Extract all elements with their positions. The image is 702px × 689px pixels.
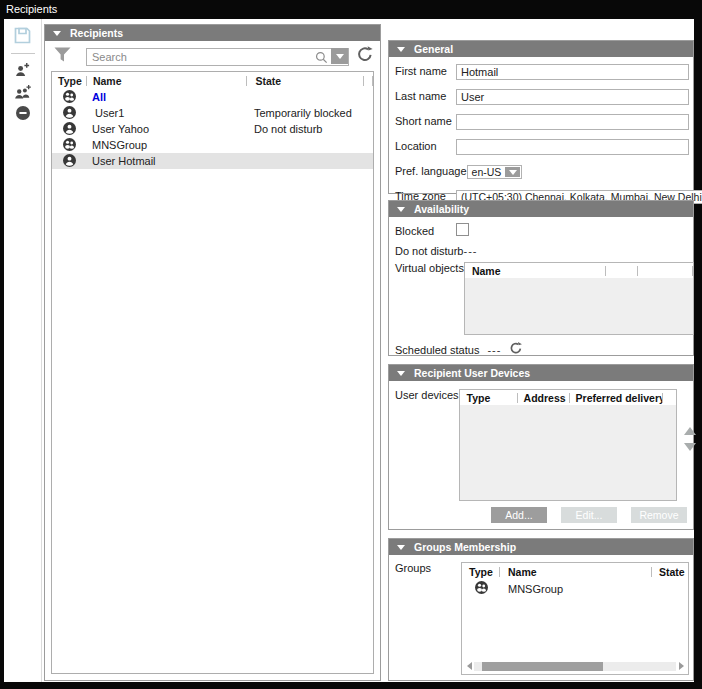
group-icon (63, 90, 76, 105)
devices-section-title: Recipient User Devices (414, 367, 530, 379)
refresh-button[interactable] (356, 45, 374, 67)
toolbar-divider (11, 53, 35, 54)
first-name-field[interactable] (456, 64, 689, 80)
group-icon (475, 581, 488, 596)
chevron-down-icon (336, 54, 344, 59)
user-devices-label: User devices (395, 389, 459, 401)
column-separator[interactable] (692, 266, 693, 276)
recipient-name: User Yahoo (86, 123, 246, 135)
dropdown-button[interactable] (505, 167, 520, 177)
virtual-objects-label: Virtual objects (395, 262, 464, 274)
scrollbar-track[interactable] (474, 662, 676, 671)
scroll-left-button[interactable] (464, 661, 474, 671)
virtual-objects-table: Name (464, 262, 694, 335)
edit-device-button[interactable]: Edit... (561, 507, 617, 523)
first-name-label: First name (395, 65, 456, 77)
group-row-mnsgroup[interactable]: MNSGroup (462, 580, 688, 597)
availability-section-title: Availability (414, 203, 469, 215)
app-window: Recipients Recipients (0, 0, 702, 689)
column-separator[interactable] (605, 266, 606, 276)
recipient-row-user1[interactable]: User1 Temporarily blocked (52, 105, 373, 121)
arrow-left-icon (467, 662, 472, 670)
recipient-row-user-hotmail[interactable]: User Hotmail (52, 153, 373, 169)
devices-section: Recipient User Devices User devices Type… (388, 364, 694, 530)
column-header-type[interactable]: Type (52, 75, 86, 87)
column-header-name[interactable]: Name (465, 265, 605, 277)
column-header-type[interactable]: Type (460, 392, 517, 404)
last-name-label: Last name (395, 90, 456, 102)
group-name: MNSGroup (500, 583, 563, 595)
collapse-icon (397, 371, 405, 376)
scheduled-status-label: Scheduled status (395, 344, 479, 356)
location-field[interactable] (456, 139, 689, 155)
collapse-icon (397, 545, 405, 550)
search-dropdown-button[interactable] (331, 48, 348, 64)
column-header-state[interactable]: State (652, 566, 688, 578)
dnd-value: --- (463, 245, 689, 257)
last-name-field[interactable] (456, 89, 689, 105)
scroll-right-button[interactable] (676, 661, 686, 671)
short-name-field[interactable] (456, 114, 689, 130)
devices-section-header[interactable]: Recipient User Devices (389, 365, 693, 381)
remove-icon (15, 105, 31, 125)
recipient-row-user-yahoo[interactable]: User Yahoo Do not disturb (52, 121, 373, 137)
pref-language-label: Pref. language (395, 165, 467, 177)
dnd-label: Do not disturb (395, 245, 463, 257)
availability-section-header[interactable]: Availability (389, 201, 693, 217)
general-section-header[interactable]: General (389, 41, 693, 57)
blocked-checkbox[interactable] (456, 223, 469, 236)
search-icon (315, 50, 328, 68)
user-icon (63, 154, 76, 169)
recipients-panel-header[interactable]: Recipients (45, 25, 380, 41)
recipients-list: Type Name State All User1 Temporarily bl… (51, 71, 374, 674)
search-row (45, 41, 380, 70)
add-user-button[interactable] (11, 60, 35, 82)
recipient-state: Temporarily blocked (246, 107, 373, 119)
column-header-preferred-delivery[interactable]: Preferred delivery se (570, 392, 662, 404)
groups-section: Groups Membership Groups Type Name State (388, 538, 694, 681)
save-icon (13, 26, 32, 49)
scheduled-refresh-button[interactable] (509, 341, 523, 359)
add-device-button[interactable]: Add... (491, 507, 547, 523)
recipient-name: User Hotmail (86, 155, 246, 167)
recipient-row-mnsgroup[interactable]: MNSGroup (52, 137, 373, 153)
user-icon (63, 122, 76, 137)
column-separator[interactable] (637, 266, 638, 276)
recipients-panel-title: Recipients (70, 27, 123, 39)
group-icon (63, 138, 76, 153)
collapse-icon (53, 31, 61, 36)
arrow-right-icon (679, 662, 684, 670)
column-separator[interactable] (363, 76, 364, 86)
blocked-label: Blocked (395, 225, 456, 237)
column-header-type[interactable]: Type (462, 566, 499, 578)
recipients-list-header: Type Name State (52, 72, 373, 89)
general-section-title: General (414, 43, 453, 55)
column-header-name[interactable]: Name (87, 75, 246, 87)
groups-section-header[interactable]: Groups Membership (389, 539, 693, 555)
filter-button[interactable] (51, 46, 73, 67)
remove-button[interactable] (11, 104, 35, 126)
column-separator[interactable] (372, 76, 373, 86)
scrollbar-thumb[interactable] (482, 662, 603, 671)
search-input[interactable] (86, 48, 349, 66)
add-group-button[interactable] (11, 82, 35, 104)
pref-language-select[interactable]: en-US (467, 165, 523, 179)
recipient-name: MNSGroup (86, 139, 246, 151)
move-down-button[interactable] (684, 443, 696, 451)
save-button[interactable] (11, 26, 35, 48)
column-header-address[interactable]: Address (518, 392, 569, 404)
move-up-button[interactable] (684, 427, 696, 435)
collapse-icon (397, 207, 405, 212)
groups-label: Groups (395, 562, 456, 574)
refresh-icon (509, 341, 523, 359)
recipient-row-all[interactable]: All (52, 89, 373, 105)
column-separator[interactable] (662, 393, 663, 403)
groups-table: Type Name State MNSGroup (461, 562, 689, 675)
add-group-icon (14, 83, 32, 104)
user-devices-table-body (460, 405, 676, 500)
search-box (86, 47, 349, 65)
remove-device-button[interactable]: Remove (631, 507, 687, 523)
chevron-down-icon (509, 170, 517, 175)
column-header-name[interactable]: Name (500, 566, 651, 578)
column-header-state[interactable]: State (247, 75, 363, 87)
